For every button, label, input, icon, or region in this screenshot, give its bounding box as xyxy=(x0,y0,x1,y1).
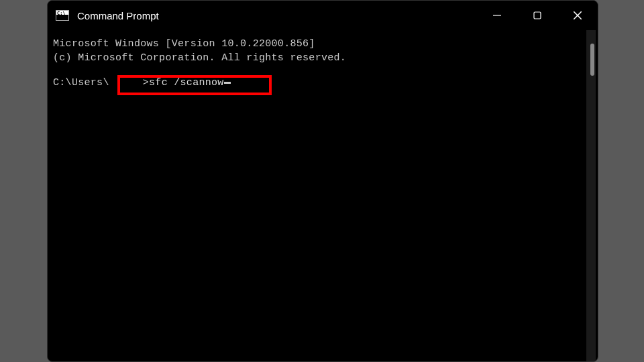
minimize-icon xyxy=(492,11,502,20)
command-input[interactable]: sfc /scannow xyxy=(149,76,224,90)
version-line: Microsoft Windows [Version 10.0.22000.85… xyxy=(53,37,592,51)
redacted-username xyxy=(109,76,143,90)
maximize-button[interactable] xyxy=(517,1,557,30)
prompt-suffix: > xyxy=(143,76,149,90)
prompt-path: C:\Users\ xyxy=(53,76,109,90)
copyright-line: (c) Microsoft Corporation. All rights re… xyxy=(53,51,592,65)
svg-rect-1 xyxy=(534,12,541,19)
minimize-button[interactable] xyxy=(477,1,517,30)
close-button[interactable] xyxy=(557,1,598,30)
window-controls xyxy=(477,1,598,30)
command-prompt-window: Command Prompt Microsoft Windows [Versio… xyxy=(47,0,598,362)
command-prompt-icon xyxy=(56,10,69,21)
maximize-icon xyxy=(533,11,542,20)
titlebar[interactable]: Command Prompt xyxy=(48,1,598,30)
window-title: Command Prompt xyxy=(77,10,477,21)
terminal-output[interactable]: Microsoft Windows [Version 10.0.22000.85… xyxy=(48,30,598,361)
close-icon xyxy=(572,10,583,21)
scrollbar-track[interactable] xyxy=(586,30,596,361)
scrollbar-thumb[interactable] xyxy=(590,44,594,76)
text-cursor xyxy=(224,82,231,84)
prompt-line: C:\Users\ >sfc /scannow xyxy=(53,76,592,90)
